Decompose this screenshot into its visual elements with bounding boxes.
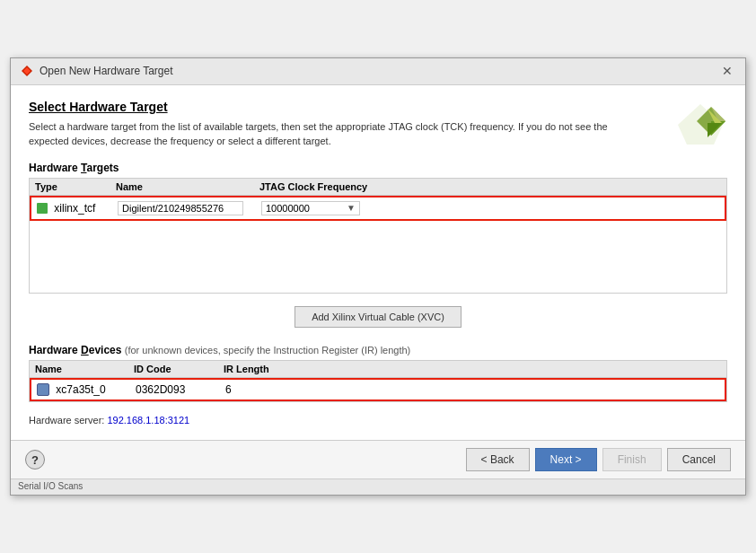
jtag-freq-value: 10000000: [266, 203, 310, 214]
hardware-targets-section: Hardware Targets Type Name JTAG Clock Fr…: [29, 162, 727, 294]
device-idcode-cell: 0362D093: [136, 383, 225, 396]
hardware-devices-section: Hardware Devices (for unknown devices, s…: [29, 344, 727, 403]
status-text: Serial I/O Scans: [18, 481, 83, 491]
col-header-name: Name: [116, 181, 259, 192]
hw-server-link[interactable]: 192.168.1.18:3121: [107, 415, 189, 426]
table-row[interactable]: xilinx_tcf 10000000 ▼: [30, 196, 726, 221]
dialog-footer: ? < Back Next > Finish Cancel: [11, 440, 745, 478]
device-name-value: xc7a35t_0: [56, 383, 105, 396]
hardware-devices-table: Name ID Code IR Length xc7a35t_0 0362D09…: [29, 360, 727, 403]
header-section: Select Hardware Target Select a hardware…: [29, 100, 727, 149]
col-header-jtag: JTAG Clock Frequency: [259, 181, 721, 192]
finish-button: Finish: [602, 448, 662, 471]
jtag-freq-select[interactable]: 10000000 ▼: [261, 201, 360, 215]
dropdown-arrow-icon: ▼: [347, 203, 356, 213]
device-irlength-cell: 6: [225, 383, 719, 396]
target-type: xilinx_tcf: [37, 202, 118, 215]
page-title: Select Hardware Target: [29, 100, 664, 114]
hardware-devices-text: Hardware Devices: [29, 344, 121, 356]
hardware-devices-label: Hardware Devices (for unknown devices, s…: [29, 344, 727, 356]
hardware-targets-label: Hardware Targets: [29, 162, 727, 174]
hardware-targets-table: Type Name JTAG Clock Frequency xilinx_tc…: [29, 178, 727, 294]
status-bar: Serial I/O Scans: [11, 478, 745, 495]
devices-table-header: Name ID Code IR Length: [30, 361, 726, 378]
device-name-cell: xc7a35t_0: [37, 383, 136, 397]
header-description: Select a hardware target from the list o…: [29, 119, 639, 149]
col-header-type: Type: [35, 181, 116, 192]
close-button[interactable]: ✕: [718, 63, 736, 79]
col-header-irlength: IR Length: [224, 364, 721, 374]
target-name-input[interactable]: [118, 201, 243, 215]
cancel-button[interactable]: Cancel: [667, 448, 731, 471]
hardware-devices-note: (for unknown devices, specify the Instru…: [125, 345, 411, 356]
footer-left: ?: [25, 450, 45, 470]
title-bar: Open New Hardware Target ✕: [11, 58, 745, 85]
device-irlength-value: 6: [225, 383, 232, 396]
device-icon: [37, 383, 49, 396]
xilinx-logo: [673, 100, 727, 149]
device-idcode-value: 0362D093: [136, 383, 185, 396]
target-jtag-cell: 10000000 ▼: [261, 201, 719, 215]
add-xvc-button[interactable]: Add Xilinx Virtual Cable (XVC): [294, 306, 462, 328]
dialog-content: Select Hardware Target Select a hardware…: [11, 85, 745, 441]
device-table-row[interactable]: xc7a35t_0 0362D093 6: [30, 378, 726, 402]
target-type-icon: [37, 203, 48, 214]
dialog-icon: [20, 64, 34, 78]
add-xvc-section: Add Xilinx Virtual Cable (XVC): [29, 306, 727, 328]
dialog-title: Open New Hardware Target: [40, 65, 173, 77]
footer-right: < Back Next > Finish Cancel: [466, 448, 731, 471]
target-name-cell: [118, 201, 261, 215]
hw-server-info: Hardware server: 192.168.1.18:3121: [29, 415, 727, 426]
target-type-value: xilinx_tcf: [54, 202, 95, 215]
hardware-targets-text: Hardware Targets: [29, 162, 119, 174]
targets-table-header: Type Name JTAG Clock Frequency: [30, 179, 726, 196]
open-hardware-target-dialog: Open New Hardware Target ✕ Select Hardwa…: [10, 57, 746, 496]
col-header-idcode: ID Code: [134, 364, 224, 374]
header-text: Select Hardware Target Select a hardware…: [29, 100, 664, 149]
next-button[interactable]: Next >: [535, 448, 597, 471]
title-bar-left: Open New Hardware Target: [20, 64, 173, 78]
empty-rows: [30, 221, 726, 293]
col-header-dev-name: Name: [35, 364, 134, 374]
back-button[interactable]: < Back: [466, 448, 530, 471]
help-button[interactable]: ?: [25, 450, 45, 470]
hw-server-label: Hardware server:: [29, 415, 107, 426]
